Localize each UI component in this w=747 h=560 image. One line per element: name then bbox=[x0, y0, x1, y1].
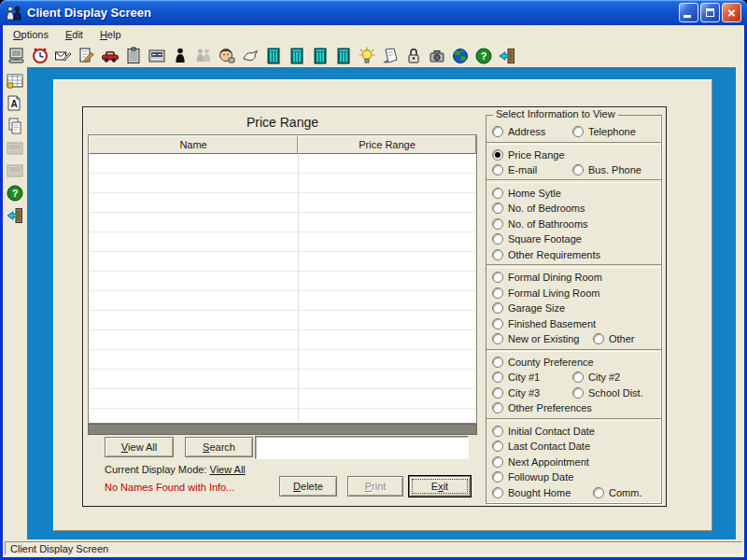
computer-icon[interactable] bbox=[7, 46, 27, 66]
radio-icon[interactable] bbox=[492, 249, 503, 260]
radio-option-square-footage[interactable]: Square Footage bbox=[492, 233, 582, 245]
radio-icon[interactable] bbox=[492, 402, 503, 413]
radio-icon[interactable] bbox=[492, 272, 503, 283]
radio-icon[interactable] bbox=[492, 426, 503, 437]
radio-option-email[interactable]: E-mail bbox=[492, 164, 537, 175]
radio-icon[interactable] bbox=[492, 357, 503, 368]
minimize-button[interactable] bbox=[679, 3, 698, 22]
radio-option-formal-living-room[interactable]: Formal Living Room bbox=[492, 287, 599, 299]
radio-icon[interactable] bbox=[492, 456, 503, 468]
radio-option-garage-size[interactable]: Garage Size bbox=[492, 302, 565, 314]
radio-icon[interactable] bbox=[492, 318, 503, 329]
search-button[interactable]: Search bbox=[185, 437, 253, 457]
radio-icon[interactable] bbox=[492, 233, 503, 245]
radio-option-finished-basement[interactable]: Finished Basement bbox=[492, 318, 596, 329]
menu-options[interactable]: Options bbox=[5, 26, 57, 43]
radio-option-formal-dining-room[interactable]: Formal Dining Room bbox=[492, 272, 602, 283]
menu-help[interactable]: Help bbox=[92, 26, 130, 43]
radio-icon[interactable] bbox=[492, 487, 503, 498]
horizontal-scrollbar[interactable] bbox=[88, 424, 477, 435]
disabled-panel-icon-1[interactable] bbox=[5, 138, 25, 159]
column-header-price-range[interactable]: Price Range bbox=[298, 135, 476, 154]
radio-icon[interactable] bbox=[492, 302, 503, 314]
radio-option-followup-date[interactable]: Followup Date bbox=[492, 471, 573, 483]
radio-option-price-range[interactable]: Price Range bbox=[492, 149, 565, 161]
door-icon-3[interactable] bbox=[310, 46, 331, 66]
table-body[interactable] bbox=[90, 154, 475, 422]
font-icon[interactable]: A bbox=[5, 93, 25, 114]
contact-face-icon[interactable] bbox=[217, 46, 237, 66]
exit-icon[interactable] bbox=[497, 46, 517, 66]
menu-edit[interactable]: Edit bbox=[57, 26, 92, 43]
radio-option-other-requirements[interactable]: Other Requirements bbox=[492, 249, 600, 260]
radio-icon[interactable] bbox=[492, 371, 503, 383]
door-icon-1[interactable] bbox=[263, 46, 284, 66]
radio-option-county-preference[interactable]: County Preference bbox=[492, 357, 594, 368]
copy-icon[interactable] bbox=[5, 116, 25, 136]
maximize-button[interactable] bbox=[700, 3, 720, 22]
exit-icon[interactable] bbox=[5, 205, 25, 226]
print-button[interactable]: Print bbox=[347, 476, 403, 497]
disabled-panel-icon-2[interactable] bbox=[5, 161, 25, 181]
mail-icon[interactable] bbox=[53, 46, 74, 66]
radio-icon[interactable] bbox=[492, 333, 503, 344]
radio-icon[interactable] bbox=[492, 218, 503, 230]
exit-button[interactable]: Exit bbox=[409, 476, 471, 497]
radio-option-bought-home[interactable]: Bought Home bbox=[492, 487, 571, 498]
radio-icon[interactable] bbox=[492, 471, 503, 483]
radio-option-school-district[interactable]: School Dist. bbox=[572, 385, 643, 400]
help-icon[interactable]: ? bbox=[473, 46, 494, 66]
radio-option-city-3[interactable]: City #3 bbox=[492, 387, 540, 399]
radio-option-home-style[interactable]: Home Sytle bbox=[492, 188, 561, 199]
radio-icon[interactable] bbox=[572, 164, 584, 175]
radio-option-bedrooms[interactable]: No. of Bedrooms bbox=[492, 203, 585, 214]
spreadsheet-icon[interactable] bbox=[5, 71, 25, 91]
radio-icon[interactable] bbox=[492, 188, 503, 199]
radio-option-bathrooms[interactable]: No. of Bathrooms bbox=[492, 218, 588, 230]
radio-option-address[interactable]: Address bbox=[492, 126, 545, 137]
radio-option-last-contact-date[interactable]: Last Contact Date bbox=[492, 441, 590, 452]
radio-option-other[interactable]: Other bbox=[593, 331, 635, 347]
lightbulb-icon[interactable] bbox=[357, 46, 377, 66]
radio-option-initial-contact-date[interactable]: Initial Contact Date bbox=[492, 426, 595, 437]
radio-option-other-preferences[interactable]: Other Preferences bbox=[492, 402, 592, 413]
people-icon[interactable] bbox=[193, 46, 214, 66]
clipboard-icon[interactable] bbox=[123, 46, 144, 66]
radio-icon[interactable] bbox=[492, 441, 503, 452]
person-icon[interactable] bbox=[170, 46, 190, 66]
globe-icon[interactable] bbox=[450, 46, 471, 66]
help-icon[interactable]: ? bbox=[5, 183, 25, 203]
door-icon-4[interactable] bbox=[333, 46, 354, 66]
radio-icon[interactable] bbox=[593, 487, 604, 498]
car-icon[interactable] bbox=[100, 46, 120, 66]
view-all-button[interactable]: View All bbox=[105, 437, 174, 457]
radio-icon[interactable] bbox=[492, 203, 503, 214]
notes-icon[interactable] bbox=[77, 46, 97, 66]
radio-option-bus-phone[interactable]: Bus. Phone bbox=[572, 162, 641, 178]
radio-icon[interactable] bbox=[572, 126, 584, 137]
radio-icon[interactable] bbox=[492, 164, 503, 175]
lock-icon[interactable] bbox=[403, 46, 424, 66]
radio-icon[interactable] bbox=[492, 149, 503, 161]
close-button[interactable] bbox=[722, 3, 741, 22]
radio-option-city-1[interactable]: City #1 bbox=[492, 371, 540, 383]
radio-option-new-or-existing[interactable]: New or Existing bbox=[492, 333, 579, 344]
radio-icon[interactable] bbox=[572, 371, 584, 383]
radio-option-telephone[interactable]: Telephone bbox=[572, 124, 636, 140]
radio-icon[interactable] bbox=[492, 126, 503, 137]
delete-button[interactable]: Delete bbox=[279, 476, 337, 497]
display-panel-icon[interactable] bbox=[147, 46, 167, 66]
phone-hand-icon[interactable] bbox=[240, 46, 261, 66]
camera-icon[interactable] bbox=[427, 46, 447, 66]
page-flip-icon[interactable] bbox=[380, 46, 401, 66]
clock-icon[interactable] bbox=[30, 46, 50, 66]
radio-option-city-2[interactable]: City #2 bbox=[572, 370, 620, 385]
radio-option-next-appointment[interactable]: Next Appointment bbox=[492, 456, 589, 468]
radio-icon[interactable] bbox=[572, 387, 584, 399]
column-header-name[interactable]: Name bbox=[89, 135, 298, 154]
radio-icon[interactable] bbox=[492, 287, 503, 299]
search-input[interactable] bbox=[255, 436, 469, 459]
radio-icon[interactable] bbox=[492, 387, 503, 399]
radio-option-comm[interactable]: Comm. bbox=[593, 485, 641, 501]
radio-icon[interactable] bbox=[593, 333, 604, 344]
